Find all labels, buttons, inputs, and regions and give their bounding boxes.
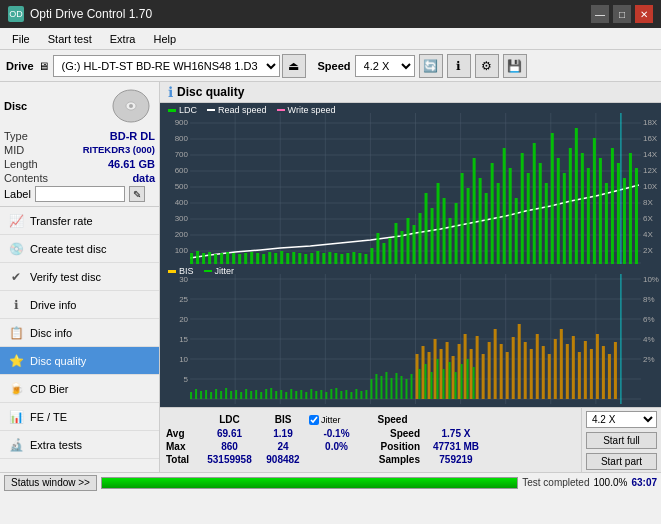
sidebar: Disc Type BD-R DL MID RITEKDR3 (000) Le: [0, 82, 160, 472]
svg-rect-190: [305, 392, 307, 399]
mid-row: MID RITEKDR3 (000): [4, 144, 155, 156]
svg-text:700: 700: [175, 150, 189, 159]
svg-rect-73: [316, 251, 319, 264]
save-button[interactable]: 💾: [503, 54, 527, 78]
disc-info-icon: 📋: [8, 325, 24, 341]
sidebar-item-disc-info[interactable]: 📋 Disc info: [0, 319, 159, 347]
svg-rect-88: [406, 218, 409, 264]
menu-help[interactable]: Help: [145, 31, 184, 47]
svg-rect-198: [345, 390, 347, 399]
drive-label: Drive: [6, 60, 34, 72]
svg-rect-116: [575, 128, 578, 264]
svg-text:18X: 18X: [643, 118, 658, 127]
sidebar-item-drive-info[interactable]: ℹ Drive info: [0, 291, 159, 319]
svg-text:10X: 10X: [643, 182, 658, 191]
svg-rect-173: [220, 391, 222, 399]
status-window-button[interactable]: Status window >>: [4, 475, 97, 491]
start-part-button[interactable]: Start part: [586, 453, 657, 470]
info-button[interactable]: ℹ: [447, 54, 471, 78]
svg-rect-247: [425, 364, 427, 399]
disc-panel: Disc Type BD-R DL MID RITEKDR3 (000) Le: [0, 82, 159, 207]
disc-icon: [107, 86, 155, 126]
svg-rect-251: [449, 362, 451, 399]
svg-rect-91: [425, 193, 428, 264]
svg-text:16X: 16X: [643, 134, 658, 143]
samples-value: 759219: [421, 454, 491, 465]
svg-point-2: [129, 104, 133, 108]
disc-quality-header-icon: ℹ: [168, 84, 173, 100]
svg-rect-125: [629, 153, 632, 264]
status-percent: 100.0%: [594, 477, 628, 488]
sidebar-item-create-test-disc[interactable]: 💿 Create test disc: [0, 235, 159, 263]
svg-text:12X: 12X: [643, 166, 658, 175]
svg-rect-217: [500, 344, 503, 399]
sidebar-item-fe-te[interactable]: 📊 FE / TE: [0, 403, 159, 431]
sidebar-item-cd-bier[interactable]: 🍺 CD Bier: [0, 375, 159, 403]
label-input[interactable]: [35, 186, 125, 202]
svg-rect-109: [533, 143, 536, 264]
content-area: ℹ Disc quality LDC Read speed Write spee…: [160, 82, 661, 472]
start-full-button[interactable]: Start full: [586, 432, 657, 449]
svg-rect-183: [270, 388, 272, 399]
eject-button[interactable]: ⏏: [282, 54, 306, 78]
svg-text:5: 5: [184, 375, 189, 384]
svg-rect-215: [488, 342, 491, 399]
maximize-button[interactable]: □: [613, 5, 631, 23]
svg-rect-241: [390, 378, 392, 399]
bottom-chart-legend: BIS Jitter: [168, 266, 234, 276]
svg-rect-75: [328, 252, 331, 264]
sidebar-item-extra-tests[interactable]: 🔬 Extra tests: [0, 431, 159, 459]
speed-select-stats[interactable]: 4.2 X: [586, 411, 657, 428]
svg-text:20: 20: [179, 315, 188, 324]
progress-bar-fill: [102, 478, 517, 488]
sidebar-item-transfer-rate[interactable]: 📈 Transfer rate: [0, 207, 159, 235]
svg-rect-59: [232, 253, 235, 264]
close-button[interactable]: ✕: [635, 5, 653, 23]
svg-text:30: 30: [179, 275, 188, 284]
svg-rect-244: [405, 379, 407, 399]
svg-rect-74: [322, 253, 325, 264]
svg-rect-172: [215, 389, 217, 399]
svg-rect-77: [340, 254, 343, 264]
svg-rect-117: [581, 153, 584, 264]
svg-rect-240: [385, 372, 387, 399]
minimize-button[interactable]: —: [591, 5, 609, 23]
svg-rect-189: [300, 390, 302, 399]
svg-rect-126: [635, 168, 638, 264]
svg-rect-192: [315, 391, 317, 399]
settings-button[interactable]: ⚙: [475, 54, 499, 78]
col-ldc: LDC: [202, 414, 257, 425]
svg-rect-111: [545, 183, 548, 264]
svg-rect-202: [365, 390, 367, 399]
svg-text:6X: 6X: [643, 214, 653, 223]
menu-file[interactable]: File: [4, 31, 38, 47]
speed-select[interactable]: 4.2 X: [355, 55, 415, 77]
position-value: 47731 MB: [421, 441, 491, 452]
sidebar-item-disc-quality[interactable]: ⭐ Disc quality: [0, 347, 159, 375]
speed-label: Speed: [318, 60, 351, 72]
jitter-checkbox[interactable]: [309, 415, 319, 425]
right-panel: 4.2 X Start full Start part: [581, 408, 661, 472]
svg-rect-226: [554, 339, 557, 399]
app-icon: OD: [8, 6, 24, 22]
menu-extra[interactable]: Extra: [102, 31, 144, 47]
svg-rect-230: [578, 352, 581, 399]
speed-value: 1.75 X: [421, 428, 491, 439]
avg-ldc: 69.61: [202, 428, 257, 439]
svg-rect-71: [304, 254, 307, 264]
menu-start-test[interactable]: Start test: [40, 31, 100, 47]
svg-rect-222: [530, 349, 533, 399]
drive-select[interactable]: (G:) HL-DT-ST BD-RE WH16NS48 1.D3: [53, 55, 280, 77]
svg-rect-184: [275, 391, 277, 399]
fe-te-icon: 📊: [8, 409, 24, 425]
refresh-button[interactable]: 🔄: [419, 54, 443, 78]
svg-rect-76: [334, 253, 337, 264]
label-edit-button[interactable]: ✎: [129, 186, 145, 202]
svg-rect-205: [428, 352, 431, 399]
svg-rect-123: [617, 163, 620, 264]
svg-rect-193: [320, 390, 322, 399]
svg-rect-60: [238, 254, 241, 264]
disc-quality-icon: ⭐: [8, 353, 24, 369]
sidebar-item-verify-test-disc[interactable]: ✔ Verify test disc: [0, 263, 159, 291]
svg-rect-231: [584, 341, 587, 399]
